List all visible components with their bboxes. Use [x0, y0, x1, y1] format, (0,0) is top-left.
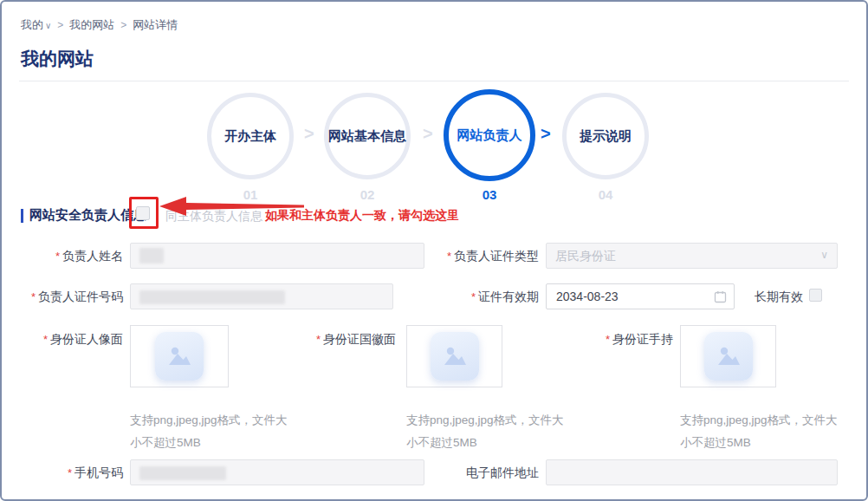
id-front-label: *身份证人像面	[19, 332, 123, 348]
red-highlight-box	[129, 197, 159, 229]
redacted-value	[139, 248, 164, 264]
breadcrumb-item-my-websites[interactable]: 我的网站	[69, 17, 114, 33]
id-back-label: *身份证国徽面	[296, 332, 396, 348]
chevron-down-icon: ∨	[820, 249, 828, 261]
image-placeholder-icon	[155, 332, 204, 381]
step-label: 开办主体	[224, 128, 276, 144]
cert-number-input	[130, 283, 393, 309]
step-label: 提示说明	[580, 128, 632, 144]
step-number: 02	[324, 187, 411, 202]
redacted-value	[139, 290, 285, 304]
red-arrow-annotation-icon	[159, 196, 308, 216]
breadcrumb: 我的∨ > 我的网站 > 网站详情	[21, 17, 178, 33]
upload-hint: 支持png,jpeg,jpg格式，文件大 小不超过5MB	[680, 409, 838, 454]
step-1-establish-subject[interactable]: 开办主体	[207, 93, 294, 179]
cert-expiry-date-input[interactable]: 2034-08-23	[546, 283, 735, 309]
upload-hint: 支持png,jpeg,jpg格式，文件大 小不超过5MB	[130, 409, 288, 454]
phone-label: *手机号码	[19, 465, 123, 481]
step-number: 03	[446, 187, 533, 202]
id-hold-upload[interactable]	[680, 325, 776, 387]
email-label: 电子邮件地址	[418, 465, 539, 481]
step-4-notice[interactable]: 提示说明	[562, 93, 649, 179]
upload-hint-line2: 小不超过5MB	[130, 432, 288, 454]
id-hold-label: *身份证手持	[573, 332, 673, 348]
cert-type-label: *负责人证件类型	[418, 249, 539, 264]
upload-hint: 支持png,jpeg,jpg格式，文件大 小不超过5MB	[406, 409, 564, 454]
breadcrumb-item-my[interactable]: 我的∨	[21, 17, 51, 33]
step-chevron-icon: >	[423, 124, 433, 144]
name-label: *负责人姓名	[19, 249, 123, 264]
step-label: 网站基本信息	[328, 128, 406, 144]
chevron-down-icon: ∨	[45, 21, 51, 30]
email-input	[546, 459, 838, 485]
phone-input	[130, 459, 424, 485]
upload-hint-line1: 支持png,jpeg,jpg格式，文件大	[130, 409, 288, 432]
divider	[19, 81, 849, 81]
long-term-checkbox[interactable]	[809, 289, 822, 302]
cert-expiry-label: *证件有效期	[435, 290, 539, 305]
cert-type-select: 居民身份证 ∨	[546, 243, 838, 269]
redacted-value	[139, 466, 226, 480]
name-input	[130, 243, 424, 269]
step-chevron-icon: >	[541, 124, 551, 144]
section-accent-bar	[21, 209, 23, 223]
breadcrumb-separator: >	[120, 19, 126, 31]
step-3-website-principal[interactable]: 网站负责人	[444, 89, 535, 181]
step-chevron-icon: >	[304, 124, 314, 144]
id-front-upload[interactable]	[130, 325, 229, 387]
long-term-label: 长期有效	[755, 290, 803, 305]
cert-expiry-value: 2034-08-23	[556, 290, 619, 303]
upload-hint-line2: 小不超过5MB	[406, 432, 564, 454]
step-label: 网站负责人	[457, 127, 522, 143]
step-2-website-basic-info[interactable]: 网站基本信息	[324, 93, 411, 179]
breadcrumb-separator: >	[57, 19, 63, 31]
id-back-upload[interactable]	[406, 325, 502, 387]
image-placeholder-icon	[431, 332, 479, 381]
cert-number-label: *负责人证件号码	[19, 290, 123, 305]
cert-type-value: 居民身份证	[555, 249, 616, 264]
step-number: 04	[562, 187, 649, 202]
calendar-icon	[714, 290, 727, 303]
upload-hint-line1: 支持png,jpeg,jpg格式，文件大	[406, 409, 564, 432]
breadcrumb-item-website-detail: 网站详情	[133, 17, 178, 33]
upload-hint-line2: 小不超过5MB	[680, 432, 838, 454]
website-detail-page: 我的∨ > 我的网站 > 网站详情 我的网站 开办主体 > 网站基本信息 > 网…	[0, 0, 868, 501]
image-placeholder-icon	[704, 332, 753, 381]
page-title: 我的网站	[21, 47, 94, 71]
upload-hint-line1: 支持png,jpeg,jpg格式，文件大	[680, 409, 838, 432]
